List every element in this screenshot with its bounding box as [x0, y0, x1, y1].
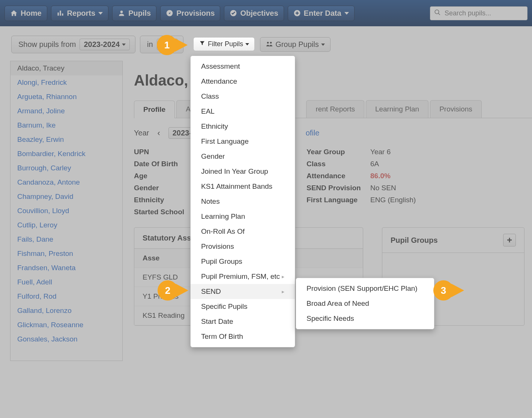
- filter-option-label: Class: [201, 92, 219, 101]
- filter-option-label: Pupil Groups: [201, 257, 242, 266]
- filter-option-first-language[interactable]: First Language: [191, 134, 295, 149]
- send-option-specific-needs[interactable]: Specific Needs: [296, 311, 434, 326]
- filter-option-label: Assessment: [201, 62, 240, 71]
- filter-option-notes[interactable]: Notes: [191, 194, 295, 209]
- filter-option-label: Notes: [201, 197, 220, 206]
- caret-down-icon: [245, 43, 249, 45]
- callout-number: 2: [158, 280, 178, 301]
- filter-option-label: SEND: [201, 287, 221, 296]
- filter-option-class[interactable]: Class: [191, 89, 295, 104]
- filter-option-label: Provisions: [201, 242, 234, 251]
- filter-option-eal[interactable]: EAL: [191, 104, 295, 119]
- filter-option-label: KS1 Attainment Bands: [201, 182, 272, 191]
- filter-icon: [199, 40, 206, 48]
- filter-option-label: Start Date: [201, 317, 233, 326]
- filter-option-label: EAL: [201, 107, 215, 116]
- callout-number: 3: [433, 280, 454, 301]
- callout-1: 1: [157, 35, 188, 55]
- send-submenu: Provision (SEN Support/EHC Plan) Broad A…: [296, 278, 434, 329]
- callout-2: 2: [158, 280, 188, 301]
- filter-pupils-dropdown: Assessment Attendance Class EAL Ethnicit…: [190, 56, 295, 347]
- filter-option-pupil-premium[interactable]: Pupil Premium, FSM, etc▸: [191, 269, 295, 284]
- filter-option-attendance[interactable]: Attendance: [191, 74, 295, 89]
- filter-option-pupil-groups[interactable]: Pupil Groups: [191, 254, 295, 269]
- filter-pupils-button[interactable]: Filter Pupils: [193, 37, 255, 51]
- send-option-label: Provision (SEN Support/EHC Plan): [307, 284, 418, 293]
- callout-number: 1: [157, 35, 177, 55]
- filter-option-label: Gender: [201, 152, 225, 161]
- callout-tail: [451, 284, 464, 297]
- filter-option-send[interactable]: SEND▸: [191, 284, 295, 299]
- filter-pupils-label: Filter Pupils: [208, 40, 243, 48]
- filter-option-joined-in-year-group[interactable]: Joined In Year Group: [191, 164, 295, 179]
- send-option-provision[interactable]: Provision (SEN Support/EHC Plan): [296, 281, 434, 296]
- filter-option-label: On-Roll As Of: [201, 227, 245, 236]
- filter-option-term-of-birth[interactable]: Term Of Birth: [191, 329, 295, 344]
- filter-option-label: Specific Pupils: [201, 302, 248, 311]
- filter-option-label: Attendance: [201, 77, 237, 86]
- filter-option-start-date[interactable]: Start Date: [191, 314, 295, 329]
- callout-tail: [175, 38, 188, 52]
- send-option-label: Specific Needs: [307, 314, 354, 323]
- filter-option-ethnicity[interactable]: Ethnicity: [191, 119, 295, 134]
- callout-3: 3: [433, 280, 464, 301]
- filter-option-assessment[interactable]: Assessment: [191, 59, 295, 74]
- filter-option-label: Ethnicity: [201, 122, 228, 131]
- filter-option-gender[interactable]: Gender: [191, 149, 295, 164]
- chevron-right-icon: ▸: [282, 289, 284, 295]
- send-option-broad-area[interactable]: Broad Area of Need: [296, 296, 434, 311]
- filter-option-label: Term Of Birth: [201, 332, 243, 341]
- filter-option-label: Learning Plan: [201, 212, 245, 221]
- filter-option-label: Joined In Year Group: [201, 167, 268, 176]
- filter-option-label: Pupil Premium, FSM, etc: [201, 272, 280, 281]
- chevron-right-icon: ▸: [282, 274, 284, 280]
- filter-option-provisions[interactable]: Provisions: [191, 239, 295, 254]
- filter-option-specific-pupils[interactable]: Specific Pupils: [191, 299, 295, 314]
- filter-option-label: First Language: [201, 137, 249, 146]
- filter-option-ks1-bands[interactable]: KS1 Attainment Bands: [191, 179, 295, 194]
- filter-option-learning-plan[interactable]: Learning Plan: [191, 209, 295, 224]
- callout-tail: [176, 284, 188, 297]
- send-option-label: Broad Area of Need: [307, 299, 369, 308]
- filter-option-on-roll-as-of[interactable]: On-Roll As Of: [191, 224, 295, 239]
